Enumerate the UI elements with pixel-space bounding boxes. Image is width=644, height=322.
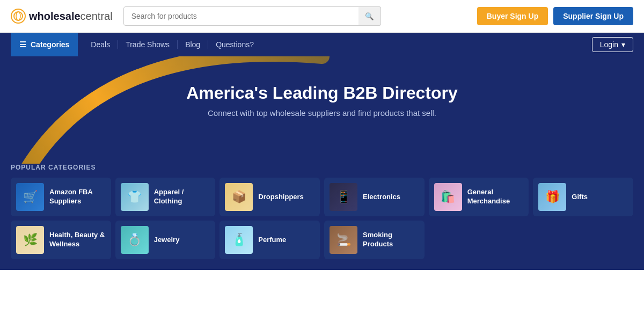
login-button[interactable]: Login ▾ [592, 37, 633, 52]
dropshippers-label: Dropshippers [258, 193, 304, 202]
health-beauty-thumbnail: 🌿 [16, 226, 44, 254]
category-health-beauty[interactable]: 🌿 Health, Beauty & Wellness [11, 221, 111, 259]
perfume-label: Perfume [258, 236, 286, 245]
category-dropshippers[interactable]: 📦 Dropshippers [219, 178, 320, 216]
category-gifts[interactable]: 🎁 Gifts [533, 178, 633, 216]
categories-label: Categories [31, 40, 69, 49]
chevron-down-icon: ▾ [621, 40, 625, 49]
hero-subtitle: Connect with top wholesale suppliers and… [11, 108, 633, 118]
perfume-thumbnail: 🧴 [225, 226, 253, 254]
category-general-merchandise[interactable]: 🛍️ General Merchandise [429, 178, 529, 216]
category-smoking-products[interactable]: 🚬 Smoking Products [324, 221, 425, 259]
search-button[interactable]: 🔍 [358, 6, 381, 26]
menu-icon: ☰ [19, 40, 26, 49]
category-amazon-fba[interactable]: 🛒 Amazon FBA Suppliers [11, 178, 111, 216]
apparel-thumbnail: 👕 [121, 183, 149, 211]
header: wholesalecentral 🔍 Buyer Sign Up Supplie… [0, 0, 644, 33]
logo-brand: wholesale [29, 10, 80, 22]
header-actions: Buyer Sign Up Supplier Sign Up [477, 7, 633, 25]
health-beauty-label: Health, Beauty & Wellness [49, 231, 106, 249]
supplier-signup-button[interactable]: Supplier Sign Up [553, 7, 633, 25]
svg-point-0 [14, 12, 23, 20]
general-merchandise-label: General Merchandise [467, 188, 524, 206]
login-label: Login [600, 40, 618, 49]
search-icon: 🔍 [365, 12, 374, 20]
nav-links: Deals Trade Shows Blog Questions? [83, 40, 261, 49]
category-jewelry[interactable]: 💍 Jewelry [115, 221, 216, 259]
jewelry-label: Jewelry [154, 236, 180, 245]
hero-section: America's Leading B2B Directory Connect … [0, 56, 644, 164]
electronics-thumbnail: 📱 [330, 183, 357, 211]
popular-categories-section: POPULAR CATEGORIES 🛒 Amazon FBA Supplier… [0, 164, 644, 270]
smoking-products-thumbnail: 🚬 [330, 226, 357, 254]
nav-link-deals[interactable]: Deals [83, 40, 118, 49]
general-merchandise-thumbnail: 🛍️ [434, 183, 462, 211]
gifts-label: Gifts [572, 193, 588, 202]
nav-link-tradeshows[interactable]: Trade Shows [118, 40, 178, 49]
categories-grid: 🛒 Amazon FBA Suppliers 👕 Apparel / Cloth… [11, 178, 633, 259]
dropshippers-thumbnail: 📦 [225, 183, 253, 211]
logo-suffix: central [80, 10, 113, 22]
hero-title: America's Leading B2B Directory [11, 83, 633, 103]
logo[interactable]: wholesalecentral [11, 9, 113, 24]
search-input[interactable] [123, 6, 381, 26]
category-perfume[interactable]: 🧴 Perfume [219, 221, 320, 259]
gifts-thumbnail: 🎁 [538, 183, 566, 211]
nav-link-blog[interactable]: Blog [178, 40, 208, 49]
smoking-products-label: Smoking Products [363, 231, 419, 249]
apparel-label: Apparel / Clothing [154, 188, 210, 206]
navbar: ☰ Categories Deals Trade Shows Blog Ques… [0, 33, 644, 56]
nav-link-questions[interactable]: Questions? [208, 40, 261, 49]
popular-categories-label: POPULAR CATEGORIES [11, 164, 633, 171]
electronics-label: Electronics [363, 193, 400, 202]
amazon-fba-thumbnail: 🛒 [16, 183, 44, 211]
search-bar: 🔍 [123, 6, 381, 26]
categories-menu-button[interactable]: ☰ Categories [11, 33, 78, 56]
hero-text: America's Leading B2B Directory Connect … [11, 72, 633, 118]
amazon-fba-label: Amazon FBA Suppliers [49, 188, 106, 206]
category-electronics[interactable]: 📱 Electronics [324, 178, 425, 216]
buyer-signup-button[interactable]: Buyer Sign Up [477, 7, 548, 25]
category-apparel[interactable]: 👕 Apparel / Clothing [115, 178, 216, 216]
jewelry-thumbnail: 💍 [121, 226, 149, 254]
logo-icon [11, 9, 26, 24]
svg-point-1 [16, 12, 20, 20]
